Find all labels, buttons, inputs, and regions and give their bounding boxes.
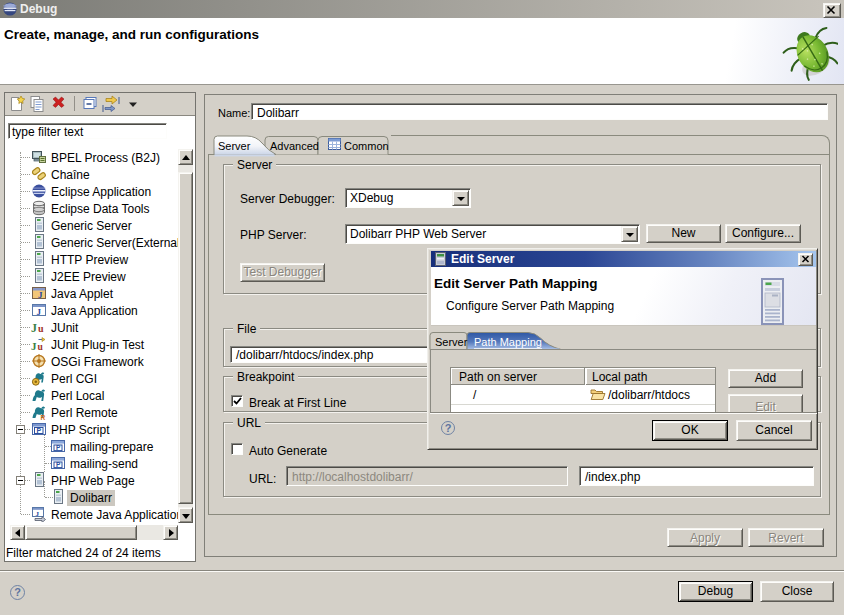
svg-text:P: P [37, 427, 42, 434]
svg-text:J: J [31, 321, 37, 335]
svg-text:J: J [36, 510, 40, 518]
svg-text:R: R [41, 414, 46, 421]
svg-text:P: P [56, 444, 61, 451]
svg-text:J: J [31, 340, 37, 352]
svg-text:J: J [37, 307, 42, 317]
svg-text:P: P [56, 461, 61, 468]
svg-text:J: J [38, 290, 43, 300]
svg-text:u: u [38, 342, 44, 352]
svg-text:u: u [38, 323, 44, 334]
